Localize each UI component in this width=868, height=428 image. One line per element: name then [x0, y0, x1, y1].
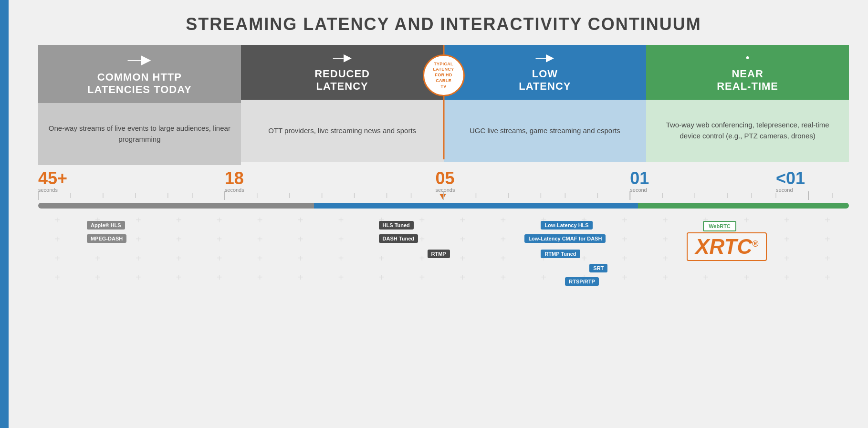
protocol-bar — [38, 203, 849, 209]
proto-rtmp: RTMP — [428, 250, 450, 258]
latency-bubble: TYPICALLATENCYFOR HDCABLETV — [423, 54, 465, 96]
col3-title: LOWLATENCY — [519, 68, 571, 93]
timeline-section: 45+ seconds 18 seconds 05 seconds 01 sec… — [38, 170, 849, 201]
col4-title: NEARREAL-TIME — [717, 68, 778, 93]
timeline-label-lt01: <01 second — [776, 170, 805, 193]
timeline-label-18: 18 seconds — [225, 170, 244, 193]
timeline-label-01: 01 second — [630, 170, 649, 193]
col1-title: COMMON HTTPLATENCIES TODAY — [87, 71, 192, 96]
col3-arrow: —▶ — [535, 52, 554, 64]
proto-xrtc: XRTC ® — [687, 232, 767, 261]
col3-body: UGC live streams, game streaming and esp… — [444, 100, 647, 162]
proto-hls-tuned: HLS Tuned — [379, 221, 414, 230]
col-low-latency: —▶ LOWLATENCY UGC live streams, game str… — [444, 45, 647, 165]
page-title: STREAMING LATENCY AND INTERACTIVITY CONT… — [38, 14, 849, 34]
protocol-labels-area: + + + + + + + + + + + + + + + + + + + + — [38, 212, 849, 296]
protocol-bar-section — [38, 203, 849, 209]
left-accent-bar — [0, 0, 9, 428]
col-common-http: —▶ COMMON HTTPLATENCIES TODAY One-way st… — [38, 45, 241, 165]
col1-body: One-way streams of live events to large … — [38, 103, 241, 165]
col-near-realtime: • NEARREAL-TIME Two-way web conferencing… — [646, 45, 849, 165]
proto-mpeg-dash: MPEG-DASH — [87, 234, 126, 243]
proto-rtmp-tuned: RTMP Tuned — [541, 250, 580, 258]
col-reduced-latency: —▶ REDUCEDLATENCY OTT providers, live st… — [241, 45, 444, 165]
proto-webrtc: WebRTC — [703, 221, 736, 231]
proto-ll-cmaf-dash: Low-Latency CMAF for DASH — [524, 234, 606, 243]
col4-body: Two-way web conferencing, telepresence, … — [646, 100, 849, 162]
col4-arrow: • — [746, 52, 750, 64]
proto-ll-hls: Low-Latency HLS — [541, 221, 592, 230]
proto-rtsp-rtp: RTSP/RTP — [565, 277, 598, 286]
col2-arrow: —▶ — [333, 52, 352, 64]
proto-apple-hls: Apple® HLS — [87, 221, 125, 230]
tick-marks — [38, 191, 849, 201]
col2-title: REDUCEDLATENCY — [314, 68, 370, 93]
page-wrapper: STREAMING LATENCY AND INTERACTIVITY CONT… — [0, 0, 868, 428]
col1-arrow: —▶ — [127, 52, 151, 67]
proto-dash-tuned: DASH Tuned — [379, 234, 418, 243]
timeline-label-45: 45+ seconds — [38, 170, 67, 193]
col2-body: OTT providers, live streaming news and s… — [241, 100, 444, 162]
proto-srt: SRT — [589, 264, 607, 272]
